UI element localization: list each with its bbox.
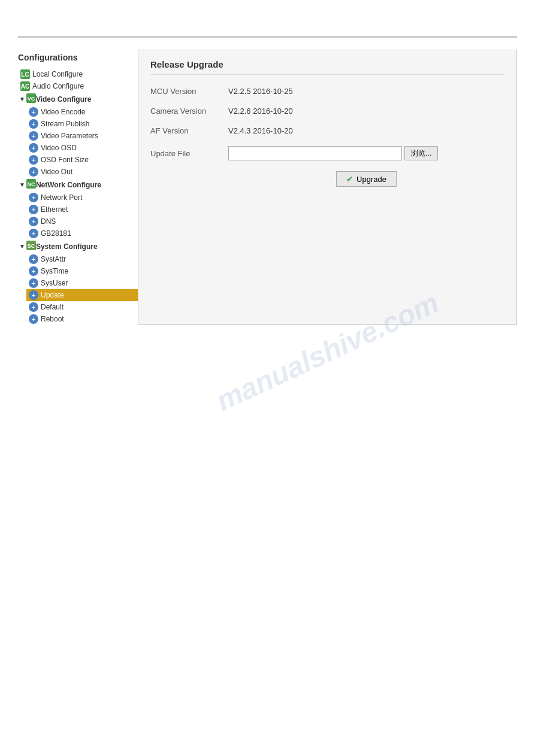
svg-text:+: + xyxy=(32,120,35,127)
video-osd-icon: + xyxy=(29,143,38,153)
upgrade-button[interactable]: ✔ Upgrade xyxy=(336,171,397,187)
camera-version-label: Camera Version xyxy=(150,107,228,116)
stream-publish-icon: + xyxy=(29,119,38,129)
sidebar-item-audio-configure[interactable]: AC Audio Configure xyxy=(18,80,138,92)
svg-text:+: + xyxy=(32,218,35,225)
audio-configure-icon: AC xyxy=(20,81,30,91)
sidebar-title: Configurations xyxy=(18,53,138,62)
svg-text:+: + xyxy=(32,144,35,151)
sidebar-item-network-port[interactable]: + Network Port xyxy=(26,192,138,204)
svg-text:+: + xyxy=(32,292,35,299)
sidebar-item-reboot[interactable]: + Reboot xyxy=(26,313,138,325)
camera-version-row: Camera Version V2.2.6 2016-10-20 xyxy=(150,107,504,116)
upgrade-row: ✔ Upgrade xyxy=(150,171,504,187)
sidebar-item-systattr[interactable]: + SystAttr xyxy=(26,253,138,265)
sidebar-item-dns[interactable]: + DNS xyxy=(26,215,138,227)
sidebar-item-video-out[interactable]: + Video Out xyxy=(26,166,138,178)
update-icon: + xyxy=(29,290,38,300)
content-panel: Release Upgrade MCU Version V2.2.5 2016-… xyxy=(138,50,517,325)
sidebar: Configurations LC Local Configure AC Aud… xyxy=(18,50,138,325)
sidebar-item-video-osd[interactable]: + Video OSD xyxy=(26,142,138,154)
sidebar-item-sysuser[interactable]: + SysUser xyxy=(26,277,138,289)
video-out-icon: + xyxy=(29,167,38,177)
sidebar-item-default[interactable]: + Default xyxy=(26,301,138,313)
svg-text:+: + xyxy=(32,206,35,213)
ethernet-icon: + xyxy=(29,205,38,214)
svg-text:+: + xyxy=(32,268,35,275)
sidebar-item-local-configure[interactable]: LC Local Configure xyxy=(18,68,138,80)
sidebar-section-video-configure[interactable]: ▼ VC Video Configure xyxy=(18,92,138,106)
svg-text:NC: NC xyxy=(27,181,35,187)
update-file-label: Update File xyxy=(150,149,228,158)
svg-text:+: + xyxy=(32,168,35,175)
svg-text:+: + xyxy=(32,280,35,287)
reboot-icon: + xyxy=(29,314,38,324)
svg-text:AC: AC xyxy=(21,83,29,90)
svg-text:+: + xyxy=(32,156,35,163)
af-version-value: V2.4.3 2016-10-20 xyxy=(228,126,293,135)
browse-button[interactable]: 浏览... xyxy=(404,146,438,160)
video-encode-icon: + xyxy=(29,107,38,117)
gb28181-icon: + xyxy=(29,229,38,238)
sidebar-item-video-parameters[interactable]: + Video Parameters xyxy=(26,130,138,142)
content-title: Release Upgrade xyxy=(150,59,504,75)
system-configure-children: + SystAttr + SysTime + SysUser xyxy=(26,253,138,325)
dns-icon: + xyxy=(29,217,38,226)
svg-text:SC: SC xyxy=(28,243,35,249)
svg-text:+: + xyxy=(32,256,35,263)
video-parameters-icon: + xyxy=(29,131,38,141)
video-configure-children: + Video Encode + Stream Publish + Video … xyxy=(26,106,138,178)
svg-text:VC: VC xyxy=(28,96,35,102)
svg-text:+: + xyxy=(32,108,35,116)
sidebar-item-osd-font-size[interactable]: + OSD Font Size xyxy=(26,154,138,166)
upgrade-check-icon: ✔ xyxy=(346,174,353,184)
svg-text:+: + xyxy=(32,303,35,311)
osd-font-size-icon: + xyxy=(29,155,38,165)
sysuser-icon: + xyxy=(29,278,38,288)
sidebar-item-gb28181[interactable]: + GB28181 xyxy=(26,227,138,239)
network-configure-arrow: ▼ xyxy=(19,181,25,188)
sidebar-item-ethernet[interactable]: + Ethernet xyxy=(26,204,138,215)
sidebar-item-stream-publish[interactable]: + Stream Publish xyxy=(26,118,138,130)
update-file-input[interactable] xyxy=(228,146,402,160)
af-version-row: AF Version V2.4.3 2016-10-20 xyxy=(150,126,504,135)
af-version-label: AF Version xyxy=(150,126,228,135)
video-configure-arrow: ▼ xyxy=(19,96,25,102)
network-port-icon: + xyxy=(29,193,38,202)
svg-text:+: + xyxy=(32,194,35,201)
svg-text:+: + xyxy=(32,315,35,323)
system-configure-arrow: ▼ xyxy=(19,243,25,250)
network-configure-icon: NC xyxy=(26,179,36,190)
sidebar-item-update[interactable]: + Update xyxy=(26,289,138,301)
mcu-version-row: MCU Version V2.2.5 2016-10-25 xyxy=(150,87,504,96)
network-configure-children: + Network Port + Ethernet + DNS xyxy=(26,192,138,239)
system-configure-icon: SC xyxy=(26,241,36,252)
systime-icon: + xyxy=(29,266,38,276)
sidebar-section-network-configure[interactable]: ▼ NC NetWork Configure xyxy=(18,178,138,192)
top-border xyxy=(18,36,517,38)
sidebar-item-systime[interactable]: + SysTime xyxy=(26,265,138,277)
default-icon: + xyxy=(29,302,38,312)
sidebar-section-system-configure[interactable]: ▼ SC System Configure xyxy=(18,239,138,253)
mcu-version-label: MCU Version xyxy=(150,87,228,96)
svg-text:LC: LC xyxy=(21,71,29,78)
svg-text:+: + xyxy=(32,132,35,139)
video-configure-icon: VC xyxy=(26,93,36,105)
sidebar-item-video-encode[interactable]: + Video Encode xyxy=(26,106,138,118)
local-configure-icon: LC xyxy=(20,69,30,79)
systattr-icon: + xyxy=(29,254,38,264)
update-file-row: Update File 浏览... xyxy=(150,146,504,160)
camera-version-value: V2.2.6 2016-10-20 xyxy=(228,107,293,116)
svg-text:+: + xyxy=(32,230,35,237)
mcu-version-value: V2.2.5 2016-10-25 xyxy=(228,87,293,96)
